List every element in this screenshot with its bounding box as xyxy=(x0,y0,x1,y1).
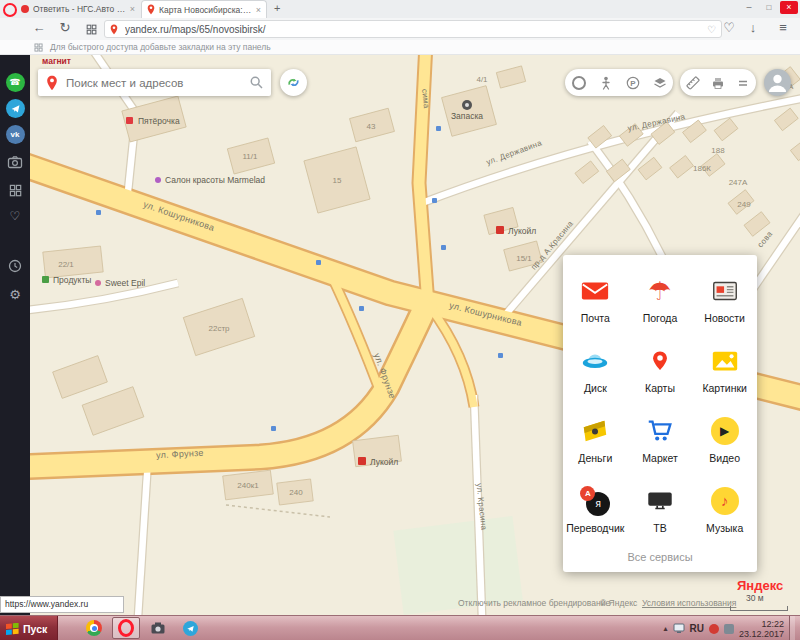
service-disk[interactable]: Диск xyxy=(563,333,628,403)
svg-text:магнит: магнит xyxy=(42,56,71,66)
svg-text:Запаска: Запаска xyxy=(451,111,483,121)
tab2-close-icon[interactable]: × xyxy=(256,5,261,15)
play-button-icon: ▶ xyxy=(711,413,739,449)
svg-text:4/1: 4/1 xyxy=(476,75,488,84)
umbrella-icon: ☂ xyxy=(648,273,671,309)
map-copyright: © Яндекс xyxy=(600,598,637,608)
map-canvas[interactable]: ул. Кошурникова ул. Кошурникова ул. Фрун… xyxy=(30,55,800,615)
whatsapp-icon[interactable]: ☎ xyxy=(0,72,30,92)
url-input[interactable] xyxy=(123,23,702,36)
service-translate[interactable]: я А Переводчик xyxy=(563,473,628,543)
start-button[interactable]: Пуск xyxy=(0,616,58,640)
windows-flag-icon xyxy=(6,623,19,635)
route-arrows-icon xyxy=(286,75,301,90)
minimize-button[interactable]: – xyxy=(740,1,758,14)
address-bar[interactable]: ♡ xyxy=(104,20,722,38)
taskbar-app-messenger[interactable] xyxy=(176,617,204,639)
user-avatar[interactable] xyxy=(764,69,791,96)
tray-date: 23.12.2017 xyxy=(739,629,784,639)
opera-menu-icon[interactable] xyxy=(3,3,17,17)
maximize-button[interactable]: □ xyxy=(760,1,778,14)
windows-taskbar: Пуск ▴ RU 12:22 23.12.2017 xyxy=(0,615,800,640)
taskbar-app-opera[interactable] xyxy=(112,617,140,639)
pedestrian-button[interactable] xyxy=(592,69,619,96)
all-services-link[interactable]: Все сервисы xyxy=(563,543,757,563)
map-footpath xyxy=(226,505,330,517)
svg-text:P: P xyxy=(630,79,636,88)
service-video[interactable]: ▶ Видео xyxy=(692,403,757,473)
telegram-icon[interactable] xyxy=(0,98,30,118)
snapshot-camera-icon[interactable] xyxy=(0,152,30,172)
service-images[interactable]: Картинки xyxy=(692,333,757,403)
volume-tray-icon[interactable] xyxy=(724,624,734,634)
panoramas-button[interactable] xyxy=(565,69,592,96)
ruler-button[interactable] xyxy=(680,69,705,96)
share-button[interactable] xyxy=(731,69,756,96)
yandex-map-logo[interactable]: Яндекс xyxy=(737,578,783,593)
svg-text:188: 188 xyxy=(711,146,725,155)
svg-text:249: 249 xyxy=(737,200,751,209)
disable-branding-link[interactable]: Отключить рекламное брендирование xyxy=(458,598,610,608)
shopping-cart-icon xyxy=(645,413,675,449)
service-maps[interactable]: Карты xyxy=(628,333,693,403)
avatar-person-icon xyxy=(764,69,791,96)
service-weather[interactable]: ☂ Погода xyxy=(628,263,693,333)
antivirus-tray-icon[interactable] xyxy=(709,624,719,634)
taskbar-app-chrome[interactable] xyxy=(80,617,108,639)
clock[interactable]: 12:22 23.12.2017 xyxy=(739,619,784,639)
svg-text:22/1: 22/1 xyxy=(58,260,74,269)
speed-dial-sidebar-icon[interactable] xyxy=(0,180,30,200)
history-clock-icon[interactable] xyxy=(0,256,30,276)
service-music[interactable]: ♪ Музыка xyxy=(692,473,757,543)
settings-gear-icon[interactable]: ⚙ xyxy=(0,284,30,304)
svg-text:сова: сова xyxy=(756,229,775,249)
route-button[interactable] xyxy=(280,69,307,96)
taskbar-app-camera[interactable] xyxy=(144,617,172,639)
back-icon[interactable]: ← xyxy=(30,20,48,35)
camera-app-icon xyxy=(150,620,166,636)
svg-text:15: 15 xyxy=(333,176,342,185)
bookmarks-bar: Для быстрого доступа добавьте закладки н… xyxy=(0,40,800,55)
browser-menu-icon[interactable]: ≡ xyxy=(774,20,792,35)
newspaper-icon xyxy=(710,273,740,309)
tab2-favicon-pin-icon xyxy=(147,4,155,15)
ruler-icon xyxy=(686,76,700,90)
close-button[interactable]: × xyxy=(780,1,798,14)
svg-text:Лукойл: Лукойл xyxy=(370,457,398,467)
toolbar-heart-icon[interactable]: ♡ xyxy=(720,20,738,35)
terms-link[interactable]: Условия использования xyxy=(642,598,736,608)
show-desktop-button[interactable] xyxy=(789,616,795,640)
speed-dial-icon[interactable] xyxy=(82,23,100,38)
hidden-icons-arrow[interactable]: ▴ xyxy=(663,624,667,633)
svg-text:Пятёрочка: Пятёрочка xyxy=(138,116,180,126)
service-mail[interactable]: Почта xyxy=(563,263,628,333)
svg-text:11/1: 11/1 xyxy=(243,152,259,161)
services-grid: Почта ☂ Погода Новости Диск Карты xyxy=(563,255,757,543)
monitor-tray-icon[interactable] xyxy=(673,623,685,634)
vk-icon[interactable]: vk xyxy=(0,124,30,144)
layers-button[interactable] xyxy=(646,69,673,96)
language-indicator[interactable]: RU xyxy=(690,623,704,634)
tab-ngs-auto[interactable]: Ответить - НГС.Авто в Нов... × xyxy=(16,0,140,18)
bookmark-heart-icon[interactable]: ♡ xyxy=(707,24,716,35)
map-search-input[interactable] xyxy=(64,76,244,90)
reload-icon[interactable]: ↻ xyxy=(56,20,74,35)
pedestrian-icon xyxy=(599,76,613,90)
service-money[interactable]: Деньги xyxy=(563,403,628,473)
screen: Ответить - НГС.Авто в Нов... × Карта Нов… xyxy=(0,0,800,640)
svg-text:Продукты: Продукты xyxy=(53,275,91,285)
service-market[interactable]: Маркет xyxy=(628,403,693,473)
map-search-box[interactable] xyxy=(38,69,271,96)
bookmarks-heart-icon[interactable]: ♡ xyxy=(0,206,30,226)
tab-yandex-maps[interactable]: Карта Новосибирска: улица... × xyxy=(141,0,267,18)
new-tab-button[interactable]: + xyxy=(274,2,280,14)
service-news[interactable]: Новости xyxy=(692,263,757,333)
download-icon[interactable]: ↓ xyxy=(744,20,762,35)
print-button[interactable] xyxy=(705,69,730,96)
service-tv[interactable]: ТВ xyxy=(628,473,693,543)
map-actions-pill xyxy=(680,69,756,96)
search-magnifier-icon[interactable] xyxy=(250,76,263,89)
share-lines-icon xyxy=(736,76,750,90)
parking-button[interactable]: P xyxy=(619,69,646,96)
tab1-close-icon[interactable]: × xyxy=(130,4,135,14)
